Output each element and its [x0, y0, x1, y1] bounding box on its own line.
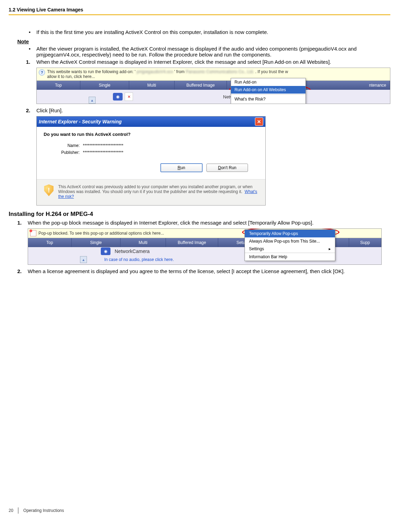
popup-blocked-icon [30, 230, 36, 236]
intro-bullet: If this is the first time you are instal… [26, 29, 389, 35]
publisher-label: Publisher: [55, 150, 80, 155]
page-number: 20 [9, 508, 13, 513]
activex-infobar-screenshot: ? This website wants to run the followin… [36, 68, 390, 104]
dont-run-button[interactable]: Don't Run [206, 164, 248, 172]
note-step-2: Click [Run]. Internet Explorer - Securit… [26, 107, 389, 206]
section-h264-heading: Installing for H.264 or MPEG-4 [9, 211, 389, 218]
page-footer: 20 Operating Instructions [9, 507, 64, 514]
popup-infobar-text: Pop-up blocked. To see this pop-up or ad… [38, 231, 164, 236]
tab-top[interactable]: Top [28, 238, 72, 247]
scroll-up-icon[interactable]: ▲ [89, 97, 96, 104]
tab-top[interactable]: Top [37, 81, 80, 90]
publisher-value: ************************* [83, 150, 123, 155]
tab-support[interactable]: Supp [349, 238, 381, 247]
dialog-title: Internet Explorer - Security Warning [39, 119, 122, 124]
dialog-titlebar: Internet Explorer - Security Warning ✕ [37, 116, 265, 127]
h264-step-2: When a license agreement is displayed an… [17, 268, 389, 274]
publisher-blur: Panasonic Communications Co., Ltd. [186, 69, 254, 74]
h264-step2-text: When a license agreement is displayed an… [28, 268, 345, 274]
run-label: un [180, 165, 185, 170]
name-field: Name: ************************* [44, 143, 258, 148]
infobar-text-line2: allow it to run, click here... [47, 74, 95, 79]
camera-tabbar: Top Single Multi Buffered Image ntenance [37, 81, 390, 90]
note-label: Note [17, 38, 389, 44]
tab-buffered-image[interactable]: Buffered Image [175, 81, 227, 90]
security-warning-dialog: Internet Explorer - Security Warning ✕ D… [36, 116, 266, 206]
ie-information-bar[interactable]: ? This website wants to run the followin… [37, 68, 390, 81]
infobar-context-menu: Run Add-on Run Add-on on All Websites Wh… [231, 78, 306, 104]
note-bullet: After the viewer program is installed, t… [26, 46, 389, 206]
popup-blocked-screenshot: Pop-up blocked. To see this pop-up or ad… [28, 228, 382, 265]
menu-run-addon-all[interactable]: Run Add-on on All Websites [231, 86, 305, 94]
infobar-text-pre: This website wants to run the following … [47, 69, 135, 74]
header-rule [9, 14, 390, 15]
menu-infobar-help[interactable]: Information Bar Help [245, 253, 335, 261]
networkcamera-label: NetworkCamera [115, 248, 150, 254]
camera-icon[interactable]: ◉ [101, 247, 110, 255]
step2-text: Click [Run]. [36, 107, 63, 113]
footer-doc-title: Operating Instructions [23, 508, 64, 513]
h264-step-1: When the pop-up block message is display… [17, 220, 389, 265]
broken-image-icon: ✕ [125, 93, 133, 101]
tab-single[interactable]: Single [80, 81, 129, 90]
camera-icon[interactable]: ◉ [113, 93, 123, 101]
dialog-question: Do you want to run this ActiveX control? [44, 132, 258, 137]
menu-always-allow-popups[interactable]: Always Allow Pop-ups from This Site... [245, 237, 335, 245]
dont-run-label: on't Run [221, 165, 236, 170]
section-header: 1.2 Viewing Live Camera Images [9, 7, 390, 14]
infobar-text-post: . If you trust the w [255, 69, 288, 74]
menu-settings[interactable]: Settings▸ [245, 245, 335, 253]
dialog-note-text: This ActiveX control was previously adde… [58, 184, 258, 199]
note-step-1: When the ActiveX Control message is disp… [26, 59, 389, 104]
menu-whats-the-risk[interactable]: What's the Risk? [231, 95, 305, 103]
no-audio-link[interactable]: In case of no audio, please click here. [104, 257, 174, 262]
tab-multi[interactable]: Multi [129, 81, 175, 90]
name-value: ************************* [83, 143, 123, 148]
popup-context-menu: Temporarily Allow Pop-ups Always Allow P… [245, 229, 335, 261]
help-icon: ? [39, 69, 45, 76]
publisher-field: Publisher: ************************* [44, 150, 258, 155]
submenu-arrow-icon: ▸ [329, 246, 331, 251]
footer-divider [18, 507, 18, 514]
step1-text: When the ActiveX Control message is disp… [36, 59, 331, 65]
name-label: Name: [55, 143, 80, 148]
addon-name-blur: pmjpegaudioV4.ocx [136, 69, 173, 74]
note-text: After the viewer program is installed, t… [36, 46, 357, 58]
tab-single[interactable]: Single [72, 238, 121, 247]
close-icon[interactable]: ✕ [255, 117, 263, 126]
menu-run-addon[interactable]: Run Add-on [231, 78, 305, 86]
camera-toolbar: ▲ ◉ ✕ NetworkCam [37, 90, 390, 104]
shield-icon: ! [44, 184, 54, 196]
menu-separator [231, 104, 305, 104]
h264-step1-text: When the pop-up block message is display… [28, 220, 313, 226]
menu-separator [231, 94, 305, 95]
tab-buffered-image[interactable]: Buffered Image [166, 238, 218, 247]
tab-multi[interactable]: Multi [121, 238, 166, 247]
infobar-text-mid: ' from [174, 69, 186, 74]
run-button[interactable]: Run [160, 163, 203, 172]
menu-temp-allow-popups[interactable]: Temporarily Allow Pop-ups [245, 230, 335, 237]
scroll-up-icon[interactable]: ▲ [80, 256, 87, 263]
